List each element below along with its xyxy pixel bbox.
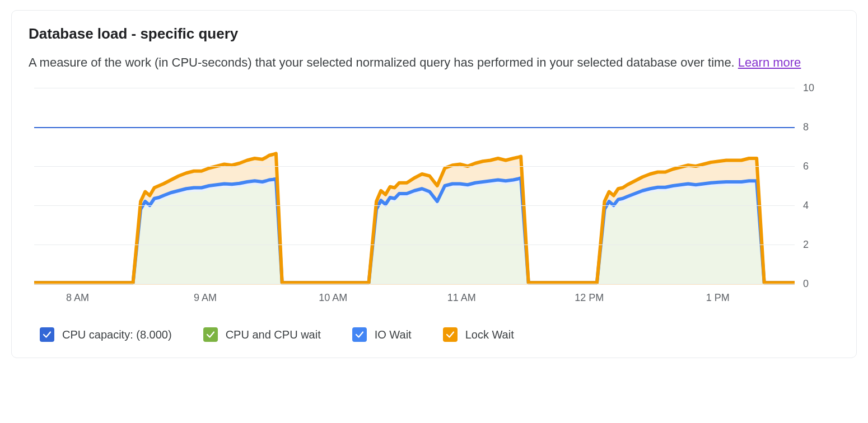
gridline	[34, 88, 795, 88]
x-axis-label: 11 AM	[447, 292, 476, 304]
chart-area: 02468108 AM9 AM10 AM11 AM12 PM1 PM	[29, 77, 839, 317]
gridline	[34, 284, 795, 284]
card-subtitle: A measure of the work (in CPU-seconds) t…	[29, 53, 839, 72]
legend-label: Lock Wait	[465, 328, 514, 341]
legend-label: CPU capacity: (8.000)	[62, 328, 172, 341]
y-axis-label: 0	[803, 278, 825, 290]
legend-item-io_wait[interactable]: IO Wait	[352, 327, 412, 342]
y-axis-label: 6	[803, 161, 825, 172]
legend-checkbox-icon[interactable]	[443, 327, 458, 342]
series-svg	[34, 88, 795, 284]
legend: CPU capacity: (8.000)CPU and CPU waitIO …	[29, 327, 839, 342]
legend-item-cpu_wait[interactable]: CPU and CPU wait	[203, 327, 321, 342]
legend-item-lock_wait[interactable]: Lock Wait	[443, 327, 514, 342]
legend-checkbox-icon[interactable]	[352, 327, 367, 342]
legend-checkbox-icon[interactable]	[40, 327, 54, 342]
gridline	[34, 245, 795, 245]
x-axis-label: 12 PM	[575, 292, 604, 304]
x-axis-label: 8 AM	[66, 292, 89, 304]
legend-checkbox-icon[interactable]	[203, 327, 218, 342]
x-axis-label: 1 PM	[706, 292, 730, 304]
plot-area: 02468108 AM9 AM10 AM11 AM12 PM1 PM	[34, 88, 795, 284]
db-load-card: Database load - specific query A measure…	[11, 10, 857, 358]
cpu-capacity-line	[34, 127, 795, 128]
gridline	[34, 205, 795, 206]
legend-label: IO Wait	[375, 328, 412, 341]
learn-more-link[interactable]: Learn more	[738, 55, 801, 69]
gridline	[34, 166, 795, 167]
subtitle-text: A measure of the work (in CPU-seconds) t…	[29, 55, 738, 69]
x-axis-label: 9 AM	[194, 292, 217, 304]
legend-item-cpu_capacity[interactable]: CPU capacity: (8.000)	[40, 327, 172, 342]
y-axis-label: 2	[803, 239, 825, 251]
card-title: Database load - specific query	[29, 25, 839, 43]
x-axis-label: 10 AM	[319, 292, 347, 304]
y-axis-label: 8	[803, 121, 825, 133]
y-axis-label: 10	[803, 82, 825, 94]
legend-label: CPU and CPU wait	[226, 328, 321, 341]
y-axis-label: 4	[803, 200, 825, 212]
